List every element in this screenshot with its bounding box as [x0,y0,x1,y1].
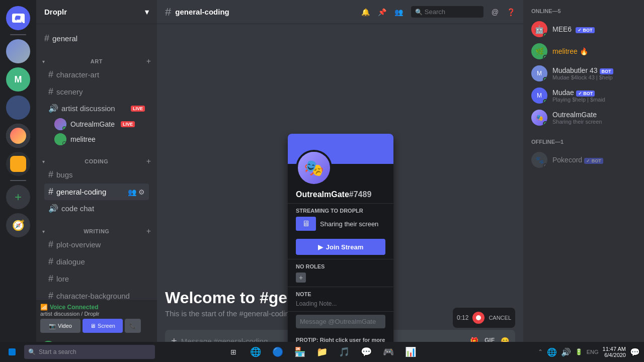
taskbar: 🔍 Start a search ⊞ 🌐 🔵 🏪 📁 🎵 💬 🎮 📊 ⌃ 🌐 🔊… [0,342,644,362]
no-roles-section: NO ROLES + [288,259,393,287]
category-writing-header[interactable]: ▾ WRITING + [40,227,153,236]
add-role-button[interactable]: + [296,273,306,283]
server-list: M + 🧭 [0,0,36,362]
message-popup-field[interactable]: Message @OutrealmGate [296,315,385,328]
channel-icons-general-coding: 👥 ⚙ [128,188,145,196]
server-divider-2 [10,180,26,181]
taskbar-icon-discord[interactable]: 💬 [356,342,376,362]
server-header[interactable]: Droplr ▾ [36,0,157,24]
bot-badge-pokecord: ✓ BOT [584,158,603,164]
taskbar-icon-explorer[interactable]: 📁 [312,342,332,362]
voice-user-melitree[interactable]: melitree [50,132,153,147]
bot-badge-mudae: ✓ BOT [576,90,595,97]
hash-icon-char-art: # [48,69,53,80]
stream-timer: 0:12 [457,314,468,321]
category-add-coding[interactable]: + [146,157,151,166]
note-input[interactable]: Loading Note... [296,300,385,307]
member-item-melitree[interactable]: 🌿 melitree 🔥 [527,40,640,62]
hash-icon-dialogue: # [48,256,53,267]
screen-button[interactable]: 🖥 Screen [83,319,123,333]
channel-item-code-chat[interactable]: 🔊 code chat [44,201,149,216]
channel-item-dialogue[interactable]: # dialogue [44,253,149,270]
channel-name-char-bg: character-background [56,292,145,300]
help-icon[interactable]: ❓ [507,8,515,16]
member-name-area-mudabutler: Mudabutler 43BOT Mudae $4lock 43 | $help [552,66,613,80]
category-art-header[interactable]: ▾ ART + [40,57,153,66]
header-icons: 🔔 📌 👥 🔍 Search @ ❓ [361,6,515,18]
taskbar-up-arrow[interactable]: ⌃ [538,348,543,355]
hash-icon: # [44,33,49,44]
popup-avatar: 🎭 [296,150,332,186]
start-button[interactable] [0,342,24,362]
channel-item-general-coding[interactable]: # general-coding 👥 ⚙ [44,184,149,200]
pin-icon[interactable]: 📌 [378,8,386,16]
member-item-mudae[interactable]: M Mudae✓ BOT Playing $help | $maid [527,84,640,107]
channel-item-bugs[interactable]: # bugs [44,166,149,183]
join-stream-button[interactable]: ▶ Join Stream [296,239,385,255]
server-icon-3[interactable] [6,96,30,120]
settings-icon[interactable]: ⚙ [138,188,145,196]
add-server-button[interactable]: + [6,185,30,209]
voice-user-avatar-outrealmgate [54,118,66,130]
mention-icon[interactable]: @ [492,8,499,16]
screen-label: Screen [98,323,115,329]
channel-item-lore[interactable]: # lore [44,270,149,287]
category-add-art[interactable]: + [146,57,151,66]
server-icon-5[interactable] [6,152,30,176]
taskbar-icon-excel[interactable]: 📊 [400,342,421,362]
server-icon-2[interactable]: M [6,67,30,92]
taskbar-right: ⌃ 🌐 🔊 🔋 ENG 11:47 AM 6/4/2020 💬 [538,346,644,358]
taskbar-icon-app1[interactable]: 🎮 [378,342,398,362]
member-item-mee6[interactable]: 🤖 MEE6 ✓ BOT [527,18,640,40]
member-name-mudabutler: Mudabutler 43 [552,66,598,74]
member-status-melitree [543,55,547,59]
channel-item-artist-discussion[interactable]: 🔊 artist discussion LIVE [44,101,149,116]
cancel-stream-button[interactable]: CANCEL [489,315,511,321]
bell-icon[interactable]: 🔔 [361,8,370,16]
member-avatar-mudae: M [531,87,547,104]
search-bar[interactable]: 🔍 Search [411,6,484,18]
member-status-outrealmgate [543,121,547,126]
member-status-mudabutler [543,77,547,81]
taskbar-icon-start[interactable]: ⊞ [223,342,244,362]
online-members-title: ONLINE—5 [527,8,640,14]
popup-username: OutrealmGate#7489 [288,190,393,199]
server-icon-1[interactable] [6,39,30,63]
channel-item-plot-overview[interactable]: # plot-overview [44,236,149,253]
members-icon[interactable]: 👥 [128,188,136,196]
taskbar-icon-edge[interactable]: 🌐 [246,342,266,362]
member-item-mudabutler[interactable]: M Mudabutler 43BOT Mudae $4lock 43 | $he… [527,62,640,84]
channel-item-character-background[interactable]: # character-background [44,288,149,300]
popup-avatar-img: 🎭 [298,152,330,184]
popup-avatar-area: 🎭 [288,150,393,186]
popup-user-name: OutrealmGate#7489 [296,190,385,199]
discover-button[interactable]: 🧭 [6,213,30,237]
popup-stream-section: STREAMING TO DROPLR 🖥 Sharing their scre… [288,203,393,235]
taskbar-search[interactable]: 🔍 Start a search [24,345,155,359]
video-button[interactable]: 📷 Video [40,319,80,333]
category-coding-header[interactable]: ▾ CODING + [40,157,153,166]
taskbar-icon-ie[interactable]: 🔵 [268,342,288,362]
channel-item-scenery[interactable]: # scenery [44,83,149,100]
server-icon-4[interactable] [6,124,30,148]
taskbar-volume-icon[interactable]: 🔊 [561,347,571,357]
disconnect-call-button[interactable]: 📞 [125,319,141,333]
channel-item-general[interactable]: # general [40,30,153,47]
category-add-writing[interactable]: + [146,227,151,236]
discord-home-button[interactable] [6,6,30,30]
hash-icon-bugs: # [48,169,53,180]
taskbar-network-icon[interactable]: 🌐 [547,347,557,357]
taskbar-icon-store[interactable]: 🏪 [290,342,310,362]
taskbar-notification-icon[interactable]: 💬 [630,347,640,357]
hash-icon-char-bg: # [48,291,53,300]
members-toggle-button[interactable]: 👥 [394,8,403,16]
category-chevron-writing: ▾ [42,229,45,234]
voice-user-outrealmgate[interactable]: OutrealmGate LIVE [50,117,153,132]
channel-name-char-art: character-art [56,70,145,79]
category-name-coding: CODING [85,158,108,164]
taskbar-battery-icon[interactable]: 🔋 [575,348,583,355]
channel-item-character-art[interactable]: # character-art [44,66,149,83]
member-item-pokecord[interactable]: 🐾 Pokecord✓ BOT [527,149,640,171]
member-item-outrealmgate[interactable]: 🎭 OutrealmGate Sharing their screen [527,107,640,129]
taskbar-icon-spotify[interactable]: 🎵 [334,342,354,362]
